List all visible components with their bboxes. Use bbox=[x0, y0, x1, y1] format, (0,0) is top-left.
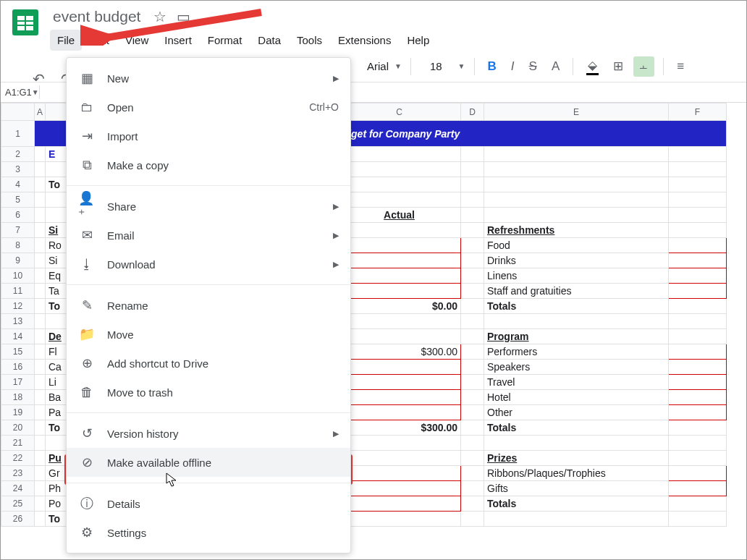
menu-file[interactable]: File bbox=[50, 30, 82, 51]
gear-icon: ⚙ bbox=[78, 524, 96, 541]
add-shortcut-icon: ⊕ bbox=[78, 355, 96, 372]
menu-move[interactable]: 📁 Move bbox=[67, 320, 350, 349]
menu-insert[interactable]: Insert bbox=[157, 30, 199, 51]
chevron-down-icon[interactable]: ▼ bbox=[394, 62, 402, 70]
offline-icon: ⊘ bbox=[78, 454, 96, 471]
col-header[interactable]: A bbox=[35, 103, 46, 121]
submenu-arrow-icon: ▶ bbox=[333, 231, 339, 240]
menu-view[interactable]: View bbox=[118, 30, 156, 51]
menu-settings[interactable]: ⚙ Settings bbox=[67, 518, 350, 547]
new-icon: ▦ bbox=[78, 69, 96, 87]
font-size-selector[interactable]: 18 bbox=[420, 60, 452, 72]
trash-icon: 🗑 bbox=[78, 383, 96, 401]
submenu-arrow-icon: ▶ bbox=[333, 429, 339, 438]
menu-format[interactable]: Format bbox=[201, 30, 250, 51]
move-icon: 📁 bbox=[78, 326, 96, 343]
col-header[interactable]: E bbox=[484, 103, 669, 121]
submenu-arrow-icon: ▶ bbox=[333, 202, 339, 211]
merge-cells-button[interactable]: ⫠ bbox=[633, 56, 654, 77]
copy-icon: ⧉ bbox=[78, 156, 96, 174]
strikethrough-button[interactable]: S bbox=[525, 56, 541, 77]
italic-button[interactable]: I bbox=[507, 56, 519, 77]
submenu-arrow-icon: ▶ bbox=[333, 260, 339, 269]
undo-icon[interactable]: ↶ bbox=[33, 70, 45, 88]
info-icon: ⓘ bbox=[78, 495, 96, 512]
download-icon: ⭳ bbox=[78, 255, 96, 273]
name-box-value: A1:G1 bbox=[5, 87, 32, 98]
align-button[interactable]: ≡ bbox=[672, 56, 688, 77]
menu-import[interactable]: ⇥ Import bbox=[67, 122, 350, 150]
star-icon[interactable]: ☆ bbox=[153, 8, 166, 25]
col-header[interactable]: D bbox=[461, 103, 484, 121]
menu-make-available-offline[interactable]: ⊘ Make available offline bbox=[67, 448, 350, 477]
menu-download[interactable]: ⭳ Download ▶ bbox=[67, 250, 350, 279]
menu-tools[interactable]: Tools bbox=[290, 30, 329, 51]
menu-new[interactable]: ▦ New ▶ bbox=[67, 64, 350, 93]
menu-email[interactable]: ✉ Email ▶ bbox=[67, 221, 350, 250]
submenu-arrow-icon: ▶ bbox=[333, 74, 339, 83]
menu-make-copy[interactable]: ⧉ Make a copy bbox=[67, 150, 350, 179]
menu-help[interactable]: Help bbox=[400, 30, 436, 51]
bold-button[interactable]: B bbox=[484, 56, 501, 77]
share-icon: 👤⁺ bbox=[78, 198, 96, 215]
menubar: File Edit View Insert Format Data Tools … bbox=[50, 30, 436, 51]
folder-icon: 🗀 bbox=[78, 98, 96, 116]
menu-rename[interactable]: ✎ Rename bbox=[67, 291, 350, 320]
text-color-button[interactable]: A bbox=[547, 56, 564, 77]
menu-share[interactable]: 👤⁺ Share ▶ bbox=[67, 192, 350, 221]
chevron-down-icon[interactable]: ▼ bbox=[458, 62, 465, 70]
col-header[interactable]: C bbox=[338, 103, 461, 121]
font-family-selector[interactable]: Arial bbox=[367, 60, 389, 72]
history-icon: ↺ bbox=[78, 425, 96, 442]
select-all-corner[interactable] bbox=[1, 103, 35, 121]
move-folder-icon[interactable]: ▭ bbox=[177, 8, 190, 25]
col-header[interactable]: F bbox=[669, 103, 727, 121]
cursor-icon bbox=[166, 472, 179, 491]
menu-add-shortcut[interactable]: ⊕ Add shortcut to Drive bbox=[67, 349, 350, 378]
menu-edit[interactable]: Edit bbox=[83, 30, 117, 51]
menu-data[interactable]: Data bbox=[250, 30, 288, 51]
menu-move-to-trash[interactable]: 🗑 Move to trash bbox=[67, 378, 350, 407]
menu-open[interactable]: 🗀 Open Ctrl+O bbox=[67, 93, 350, 122]
rename-icon: ✎ bbox=[78, 297, 96, 314]
borders-button[interactable]: ⊞ bbox=[609, 56, 628, 77]
import-icon: ⇥ bbox=[78, 127, 96, 145]
menu-details[interactable]: ⓘ Details bbox=[67, 489, 350, 518]
file-menu-dropdown: ▦ New ▶ 🗀 Open Ctrl+O ⇥ Import ⧉ Make a … bbox=[66, 57, 351, 553]
email-icon: ✉ bbox=[78, 226, 96, 244]
sheets-logo[interactable] bbox=[12, 9, 41, 38]
menu-version-history[interactable]: ↺ Version history ▶ bbox=[67, 419, 350, 448]
document-title[interactable]: event budget bbox=[50, 7, 143, 27]
fill-color-button[interactable]: ⬙ bbox=[582, 55, 603, 78]
menu-extensions[interactable]: Extensions bbox=[331, 30, 398, 51]
chevron-down-icon[interactable]: ▼ bbox=[32, 88, 39, 96]
